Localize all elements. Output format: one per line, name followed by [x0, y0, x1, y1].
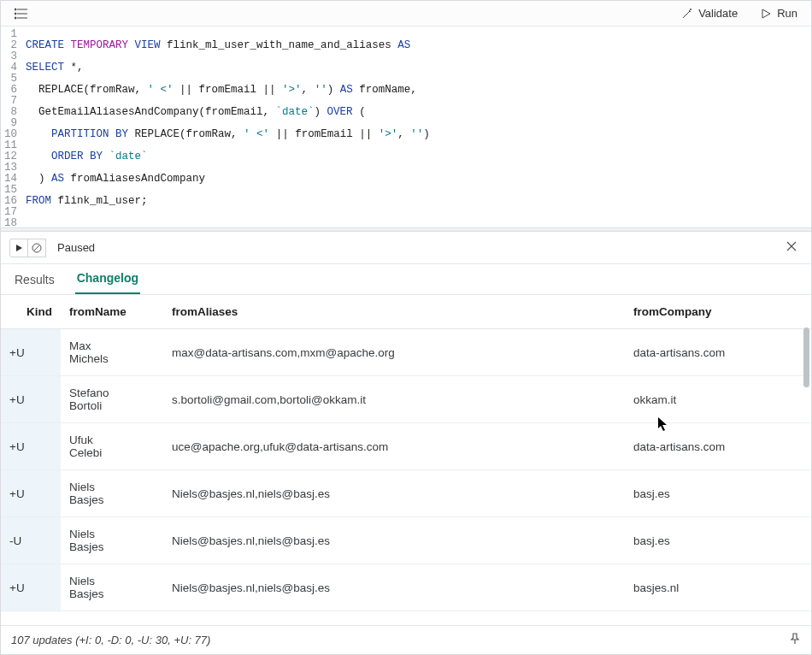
svg-line-12 [34, 245, 39, 251]
table-row[interactable]: +UUfukCelebiuce@apache.org,ufuk@data-art… [1, 423, 811, 470]
tab-changelog[interactable]: Changelog [75, 271, 140, 294]
cell-kind: +U [1, 423, 61, 470]
updates-summary: 107 updates (+I: 0, -D: 0, -U: 30, +U: 7… [11, 634, 210, 646]
table-row[interactable]: -UNielsBasjesNiels@basjes.nl,niels@basj.… [1, 517, 811, 564]
results-panel: Paused Results Changelog Kind fromName f… [1, 232, 811, 654]
cell-kind: -U [1, 517, 61, 564]
run-label: Run [777, 7, 797, 20]
cell-fromaliases: Niels@basjes.nl,niels@basj.es [163, 517, 625, 564]
play-icon [760, 8, 772, 20]
svg-point-3 [15, 13, 16, 15]
table-row[interactable]: +UNielsBasjesNiels@basjes.nl,niels@basj.… [1, 564, 811, 611]
cell-kind: +U [1, 470, 61, 517]
editor-gutter: 123456789 101112131415161718 [1, 27, 22, 228]
pin-icon [789, 633, 801, 645]
svg-marker-9 [762, 9, 770, 18]
cell-fromaliases: Niels@basjes.nl,niels@basj.es [163, 470, 625, 517]
resume-button[interactable] [9, 239, 28, 257]
cell-fromaliases: max@data-artisans.com,mxm@apache.org [163, 329, 625, 376]
col-header-kind[interactable]: Kind [1, 295, 61, 329]
cell-fromaliases: s.bortoli@gmail.com,bortoli@okkam.it [163, 376, 625, 423]
validate-button[interactable]: Validate [676, 4, 743, 22]
svg-point-5 [15, 17, 16, 19]
cell-kind: +U [1, 564, 61, 611]
cell-fromcompany: basjes.nl [625, 564, 811, 611]
cell-fromcompany: basj.es [625, 470, 811, 517]
execution-status: Paused [57, 241, 95, 254]
svg-line-6 [683, 11, 690, 18]
col-header-fromname[interactable]: fromName [61, 295, 163, 329]
sql-editor[interactable]: 123456789 101112131415161718 CREATE TEMP… [1, 27, 811, 228]
results-grid-scroll[interactable]: Kind fromName fromAliases fromCompany +U… [1, 295, 811, 625]
table-row[interactable]: +UNielsBasjesNiels@basjes.nl,niels@basj.… [1, 470, 811, 517]
col-header-fromaliases[interactable]: fromAliases [163, 295, 625, 329]
cell-fromaliases: Niels@basjes.nl,niels@basj.es [163, 564, 625, 611]
table-row[interactable]: +UMaxMichelsmax@data-artisans.com,mxm@ap… [1, 329, 811, 376]
cell-fromcompany: data-artisans.com [625, 423, 811, 470]
status-bar: 107 updates (+I: 0, -D: 0, -U: 30, +U: 7… [1, 625, 811, 654]
svg-marker-10 [16, 245, 22, 251]
validate-label: Validate [698, 7, 738, 20]
svg-point-1 [15, 9, 16, 10]
cell-kind: +U [1, 329, 61, 376]
run-button[interactable]: Run [755, 4, 803, 22]
cell-fromcompany: basj.es [625, 517, 811, 564]
cell-fromcompany: okkam.it [625, 376, 811, 423]
col-header-fromcompany[interactable]: fromCompany [625, 295, 811, 329]
play-icon [15, 244, 23, 252]
editor-toolbar: Validate Run [1, 1, 811, 27]
cell-fromname: MaxMichels [61, 329, 163, 376]
pin-button[interactable] [789, 633, 801, 647]
close-panel-button[interactable] [780, 237, 803, 258]
close-icon [786, 240, 797, 252]
table-row[interactable]: +UStefanoBortolis.bortoli@gmail.com,bort… [1, 376, 811, 423]
line-numbers-toggle[interactable] [9, 5, 33, 22]
results-grid: Kind fromName fromAliases fromCompany +U… [1, 295, 811, 611]
editor-code[interactable]: CREATE TEMPORARY VIEW flink_ml_user_with… [22, 27, 433, 228]
cell-fromcompany: data-artisans.com [625, 329, 811, 376]
cell-kind: +U [1, 376, 61, 423]
cell-fromname: StefanoBortoli [61, 376, 163, 423]
cell-fromname: UfukCelebi [61, 423, 163, 470]
stop-icon [32, 243, 42, 253]
wand-icon [681, 8, 693, 20]
list-icon [15, 8, 28, 20]
tab-results[interactable]: Results [13, 273, 56, 294]
stop-button[interactable] [27, 239, 46, 257]
cell-fromaliases: uce@apache.org,ufuk@data-artisans.com [163, 423, 625, 470]
cell-fromname: NielsBasjes [61, 564, 163, 611]
scrollbar-thumb[interactable] [803, 328, 809, 387]
cell-fromname: NielsBasjes [61, 517, 163, 564]
cell-fromname: NielsBasjes [61, 470, 163, 517]
